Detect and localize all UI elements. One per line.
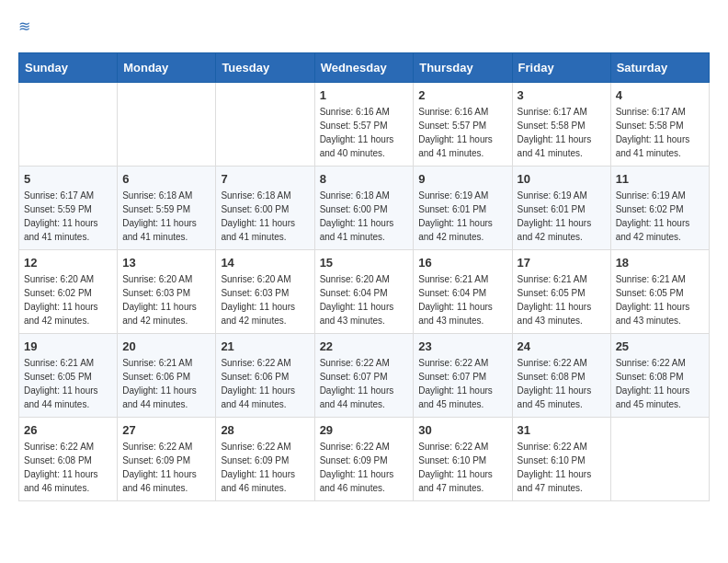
calendar-week-row: 5Sunrise: 6:17 AMSunset: 5:59 PMDaylight… xyxy=(19,167,710,250)
day-info: Sunrise: 6:18 AMSunset: 6:00 PMDaylight:… xyxy=(221,189,309,244)
calendar-cell: 24Sunrise: 6:22 AMSunset: 6:08 PMDayligh… xyxy=(512,334,610,418)
day-info: Sunrise: 6:17 AMSunset: 5:58 PMDaylight:… xyxy=(616,105,704,160)
day-info: Sunrise: 6:22 AMSunset: 6:07 PMDaylight:… xyxy=(320,356,409,411)
calendar-cell: 22Sunrise: 6:22 AMSunset: 6:07 PMDayligh… xyxy=(314,334,414,418)
day-info: Sunrise: 6:22 AMSunset: 6:08 PMDaylight:… xyxy=(518,356,606,411)
calendar-cell: 1Sunrise: 6:16 AMSunset: 5:57 PMDaylight… xyxy=(314,83,414,167)
day-info: Sunrise: 6:21 AMSunset: 6:06 PMDaylight:… xyxy=(122,356,210,411)
calendar-cell: 16Sunrise: 6:21 AMSunset: 6:04 PMDayligh… xyxy=(414,250,512,334)
day-number: 25 xyxy=(616,339,704,353)
day-info: Sunrise: 6:16 AMSunset: 5:57 PMDaylight:… xyxy=(418,105,506,160)
day-info: Sunrise: 6:19 AMSunset: 6:02 PMDaylight:… xyxy=(616,189,704,244)
calendar-cell: 5Sunrise: 6:17 AMSunset: 5:59 PMDaylight… xyxy=(19,167,118,250)
day-number: 15 xyxy=(320,256,409,270)
day-info: Sunrise: 6:16 AMSunset: 5:57 PMDaylight:… xyxy=(320,105,409,160)
day-info: Sunrise: 6:22 AMSunset: 6:08 PMDaylight:… xyxy=(616,356,704,411)
calendar-cell: 8Sunrise: 6:18 AMSunset: 6:00 PMDaylight… xyxy=(314,167,414,250)
calendar-cell: 27Sunrise: 6:22 AMSunset: 6:09 PMDayligh… xyxy=(118,418,216,501)
calendar-cell: 11Sunrise: 6:19 AMSunset: 6:02 PMDayligh… xyxy=(610,167,709,250)
col-header-tuesday: Tuesday xyxy=(216,53,314,83)
day-info: Sunrise: 6:21 AMSunset: 6:05 PMDaylight:… xyxy=(518,272,606,327)
col-header-wednesday: Wednesday xyxy=(314,53,414,83)
day-info: Sunrise: 6:22 AMSunset: 6:06 PMDaylight:… xyxy=(221,356,309,411)
day-info: Sunrise: 6:17 AMSunset: 5:59 PMDaylight:… xyxy=(24,189,112,244)
calendar-week-row: 12Sunrise: 6:20 AMSunset: 6:02 PMDayligh… xyxy=(19,250,710,334)
day-number: 1 xyxy=(320,88,409,102)
calendar-week-row: 19Sunrise: 6:21 AMSunset: 6:05 PMDayligh… xyxy=(19,334,710,418)
day-number: 14 xyxy=(221,256,309,270)
calendar-cell: 7Sunrise: 6:18 AMSunset: 6:00 PMDaylight… xyxy=(216,167,314,250)
calendar-week-row: 26Sunrise: 6:22 AMSunset: 6:08 PMDayligh… xyxy=(19,418,710,501)
calendar-cell xyxy=(118,83,216,167)
day-number: 12 xyxy=(24,256,112,270)
day-info: Sunrise: 6:22 AMSunset: 6:10 PMDaylight:… xyxy=(518,440,606,495)
calendar-cell: 28Sunrise: 6:22 AMSunset: 6:09 PMDayligh… xyxy=(216,418,314,501)
calendar-cell: 25Sunrise: 6:22 AMSunset: 6:08 PMDayligh… xyxy=(610,334,709,418)
day-info: Sunrise: 6:20 AMSunset: 6:03 PMDaylight:… xyxy=(221,272,309,327)
calendar-cell: 6Sunrise: 6:18 AMSunset: 5:59 PMDaylight… xyxy=(118,167,216,250)
day-number: 16 xyxy=(418,256,506,270)
day-number: 11 xyxy=(616,172,704,186)
day-number: 7 xyxy=(221,172,309,186)
day-number: 18 xyxy=(616,256,704,270)
day-info: Sunrise: 6:20 AMSunset: 6:03 PMDaylight:… xyxy=(122,272,210,327)
day-number: 30 xyxy=(418,423,506,437)
calendar-cell: 30Sunrise: 6:22 AMSunset: 6:10 PMDayligh… xyxy=(414,418,512,501)
logo-icon: ≋ xyxy=(18,19,37,38)
day-number: 24 xyxy=(518,339,606,353)
day-number: 8 xyxy=(320,172,409,186)
calendar-cell: 12Sunrise: 6:20 AMSunset: 6:02 PMDayligh… xyxy=(19,250,118,334)
day-number: 23 xyxy=(418,339,506,353)
day-info: Sunrise: 6:21 AMSunset: 6:04 PMDaylight:… xyxy=(418,272,506,327)
calendar-cell: 14Sunrise: 6:20 AMSunset: 6:03 PMDayligh… xyxy=(216,250,314,334)
day-number: 10 xyxy=(518,172,606,186)
day-info: Sunrise: 6:22 AMSunset: 6:08 PMDaylight:… xyxy=(24,440,112,495)
day-number: 13 xyxy=(122,256,210,270)
day-number: 6 xyxy=(122,172,210,186)
day-info: Sunrise: 6:22 AMSunset: 6:09 PMDaylight:… xyxy=(221,440,309,495)
calendar-cell: 13Sunrise: 6:20 AMSunset: 6:03 PMDayligh… xyxy=(118,250,216,334)
calendar-cell: 9Sunrise: 6:19 AMSunset: 6:01 PMDaylight… xyxy=(414,167,512,250)
day-info: Sunrise: 6:22 AMSunset: 6:09 PMDaylight:… xyxy=(122,440,210,495)
calendar-cell: 19Sunrise: 6:21 AMSunset: 6:05 PMDayligh… xyxy=(19,334,118,418)
calendar-cell: 3Sunrise: 6:17 AMSunset: 5:58 PMDaylight… xyxy=(512,83,610,167)
col-header-monday: Monday xyxy=(118,53,216,83)
calendar-cell: 26Sunrise: 6:22 AMSunset: 6:08 PMDayligh… xyxy=(19,418,118,501)
calendar-cell: 31Sunrise: 6:22 AMSunset: 6:10 PMDayligh… xyxy=(512,418,610,501)
day-number: 20 xyxy=(122,339,210,353)
day-info: Sunrise: 6:21 AMSunset: 6:05 PMDaylight:… xyxy=(24,356,112,411)
day-number: 31 xyxy=(518,423,606,437)
day-number: 21 xyxy=(221,339,309,353)
calendar-cell: 18Sunrise: 6:21 AMSunset: 6:05 PMDayligh… xyxy=(610,250,709,334)
calendar-cell xyxy=(216,83,314,167)
calendar-header-row: SundayMondayTuesdayWednesdayThursdayFrid… xyxy=(19,53,710,83)
calendar-cell: 15Sunrise: 6:20 AMSunset: 6:04 PMDayligh… xyxy=(314,250,414,334)
calendar-cell xyxy=(610,418,709,501)
calendar-week-row: 1Sunrise: 6:16 AMSunset: 5:57 PMDaylight… xyxy=(19,83,710,167)
col-header-friday: Friday xyxy=(512,53,610,83)
calendar-cell: 21Sunrise: 6:22 AMSunset: 6:06 PMDayligh… xyxy=(216,334,314,418)
day-number: 4 xyxy=(616,88,704,102)
day-info: Sunrise: 6:18 AMSunset: 5:59 PMDaylight:… xyxy=(122,189,210,244)
calendar-cell: 17Sunrise: 6:21 AMSunset: 6:05 PMDayligh… xyxy=(512,250,610,334)
calendar-cell: 23Sunrise: 6:22 AMSunset: 6:07 PMDayligh… xyxy=(414,334,512,418)
day-info: Sunrise: 6:17 AMSunset: 5:58 PMDaylight:… xyxy=(518,105,606,160)
day-info: Sunrise: 6:20 AMSunset: 6:02 PMDaylight:… xyxy=(24,272,112,327)
day-number: 29 xyxy=(320,423,409,437)
calendar-cell: 20Sunrise: 6:21 AMSunset: 6:06 PMDayligh… xyxy=(118,334,216,418)
day-number: 19 xyxy=(24,339,112,353)
calendar-cell: 2Sunrise: 6:16 AMSunset: 5:57 PMDaylight… xyxy=(414,83,512,167)
day-info: Sunrise: 6:21 AMSunset: 6:05 PMDaylight:… xyxy=(616,272,704,327)
day-number: 3 xyxy=(518,88,606,102)
calendar-cell: 4Sunrise: 6:17 AMSunset: 5:58 PMDaylight… xyxy=(610,83,709,167)
day-number: 27 xyxy=(122,423,210,437)
calendar-cell: 29Sunrise: 6:22 AMSunset: 6:09 PMDayligh… xyxy=(314,418,414,501)
calendar-table: SundayMondayTuesdayWednesdayThursdayFrid… xyxy=(18,52,710,501)
day-number: 26 xyxy=(24,423,112,437)
col-header-saturday: Saturday xyxy=(610,53,709,83)
day-info: Sunrise: 6:18 AMSunset: 6:00 PMDaylight:… xyxy=(320,189,409,244)
day-number: 28 xyxy=(221,423,309,437)
day-info: Sunrise: 6:22 AMSunset: 6:09 PMDaylight:… xyxy=(320,440,409,495)
day-info: Sunrise: 6:22 AMSunset: 6:07 PMDaylight:… xyxy=(418,356,506,411)
page-header: ≋ xyxy=(18,18,710,38)
